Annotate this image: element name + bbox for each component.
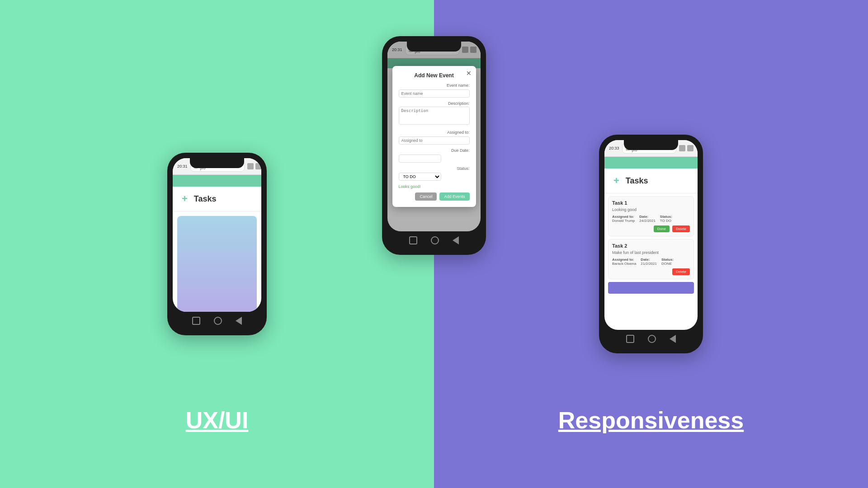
add-events-button[interactable]: Add Events (439, 192, 469, 201)
phone1-back-btn[interactable] (236, 317, 242, 325)
phone1-browser-icons (247, 163, 261, 169)
status-select[interactable]: TO DO DONE (399, 173, 441, 181)
task1-status: Status: TO DO (660, 215, 672, 223)
task2-status: Status: DONE (661, 258, 674, 266)
due-date-input[interactable] (399, 155, 441, 163)
event-name-field: Event name: (399, 83, 470, 98)
phone1-empty-content (177, 216, 257, 312)
task1-delete-button[interactable]: Delete (672, 225, 690, 232)
task2-assigned-value: Barack Obama (612, 262, 636, 266)
task1-assigned-value: Donald Trump (612, 219, 635, 223)
task2-desc: Make fun of last president (612, 250, 690, 255)
status-field: Status: TO DO DONE (399, 166, 470, 181)
phone1-screen: 20:31 🏠 jroyvde.github.io/webapp-pro + T… (173, 158, 261, 312)
phone2-notch (407, 42, 461, 52)
assigned-to-input[interactable] (399, 136, 470, 145)
task1-date-value: 24/2/2021 (639, 219, 656, 223)
phone3-footer (608, 282, 694, 294)
phone2-square-btn[interactable] (409, 236, 417, 244)
phone3-title-bar: + Tasks (604, 169, 698, 193)
description-label: Description: (399, 101, 470, 106)
phone1-notch (190, 158, 244, 168)
event-name-label: Event name: (399, 83, 470, 88)
task2-date: Date: 21/2/2021 (641, 258, 657, 266)
phone3-time: 20:33 (609, 146, 619, 150)
task1-assigned-label: Assigned to: (612, 215, 634, 219)
modal-title: Add New Event (399, 72, 470, 79)
success-message: Looks good! (399, 184, 470, 189)
task1-done-button[interactable]: Done (654, 225, 670, 232)
modal-close-icon[interactable]: ✕ (466, 70, 472, 77)
phone1-tasks-title: Tasks (194, 194, 217, 204)
phone1-plus-icon[interactable]: + (182, 193, 188, 205)
task2-name: Task 2 (612, 243, 690, 249)
phone2-back-btn[interactable] (453, 236, 459, 244)
task2-assigned: Assigned to: Barack Obama (612, 258, 636, 266)
task2-delete-button[interactable]: Delete (672, 268, 690, 275)
assigned-to-label: Assigned to: (399, 130, 470, 135)
cancel-button[interactable]: Cancel (415, 192, 437, 201)
status-label: Status: (399, 166, 470, 171)
phone3-share-icon (679, 145, 685, 151)
task2-date-label: Date: (641, 258, 650, 262)
task2-assigned-label: Assigned to: (612, 258, 634, 262)
phone3-screen: 20:33 🏠 jroyvde.github.io/webapp-pro + T… (604, 140, 698, 330)
due-date-label: Due Date: (399, 148, 470, 153)
task1-name: Task 1 (612, 200, 690, 206)
phone1-app-header (173, 175, 261, 187)
right-panel: 20:33 🏠 jroyvde.github.io/webapp-pro + T… (434, 0, 868, 488)
phone3-circle-btn[interactable] (648, 335, 656, 343)
modal-overlay: Add New Event ✕ Event name: Description: (387, 42, 481, 231)
phone3: 20:33 🏠 jroyvde.github.io/webapp-pro + T… (599, 135, 703, 353)
task1-date: Date: 24/2/2021 (639, 215, 656, 223)
phone1-menu-icon (255, 163, 261, 169)
task1-actions: Done Delete (612, 225, 690, 232)
phone2-container: 20:31 🏠 jroyvde.github.io/webapp-pro Add… (382, 36, 486, 255)
phone2: 20:31 🏠 jroyvde.github.io/webapp-pro Add… (382, 36, 486, 255)
assigned-to-field: Assigned to: (399, 130, 470, 145)
phone2-bottom-bar (387, 231, 481, 249)
task1-status-value: TO DO (660, 219, 671, 223)
phone1: 20:31 🏠 jroyvde.github.io/webapp-pro + T… (167, 153, 267, 335)
right-label: Responsiveness (558, 407, 744, 434)
task2-status-value: DONE (661, 262, 672, 266)
left-panel: 20:31 🏠 jroyvde.github.io/webapp-pro + T… (0, 0, 434, 488)
phone1-square-btn[interactable] (192, 317, 200, 325)
task2-actions: Delete (612, 268, 690, 275)
task2-date-value: 21/2/2021 (641, 262, 657, 266)
phone1-circle-btn[interactable] (214, 317, 222, 325)
task1-date-label: Date: (639, 215, 648, 219)
task1-card: Task 1 Looking good Assigned to: Donald … (608, 196, 694, 236)
due-date-field: Due Date: (399, 148, 470, 163)
phone3-menu-icon (687, 145, 693, 151)
phone3-square-btn[interactable] (626, 335, 634, 343)
phone1-bottom-bar (173, 312, 261, 330)
add-event-modal: Add New Event ✕ Event name: Description: (392, 66, 476, 207)
description-field: Description: (399, 101, 470, 127)
task1-meta: Assigned to: Donald Trump Date: 24/2/202… (612, 215, 690, 223)
task1-desc: Looking good (612, 207, 690, 212)
description-input[interactable] (399, 107, 470, 125)
phone1-title-bar: + Tasks (173, 187, 261, 211)
modal-buttons: Cancel Add Events (399, 192, 470, 201)
phone2-screen: 20:31 🏠 jroyvde.github.io/webapp-pro Add… (387, 42, 481, 231)
task2-status-label: Status: (661, 258, 674, 262)
task2-card: Task 2 Make fun of last president Assign… (608, 239, 694, 279)
phone3-plus-icon[interactable]: + (613, 175, 619, 187)
phone3-bottom-bar (604, 330, 698, 348)
event-name-input[interactable] (399, 89, 470, 98)
phone3-browser-icons (679, 145, 693, 151)
phone2-circle-btn[interactable] (431, 236, 439, 244)
phone3-back-btn[interactable] (670, 335, 676, 343)
phone1-share-icon (247, 163, 254, 169)
task2-meta: Assigned to: Barack Obama Date: 21/2/202… (612, 258, 690, 266)
task1-status-label: Status: (660, 215, 672, 219)
phone3-app-header (604, 157, 698, 169)
left-label: UX/UI (186, 407, 249, 434)
task1-assigned: Assigned to: Donald Trump (612, 215, 635, 223)
phone1-time: 20:31 (177, 164, 188, 169)
phone3-notch (624, 140, 678, 150)
phone3-tasks-title: Tasks (626, 176, 648, 186)
